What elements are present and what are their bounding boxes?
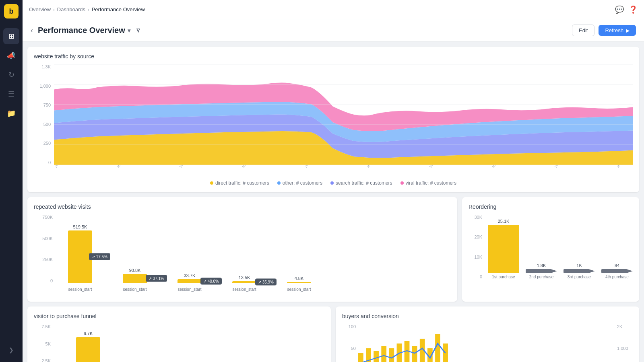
- reorder-bar-2-fill: [526, 269, 557, 273]
- reorder-bar-4: 84 4th purchase: [601, 263, 633, 279]
- legend-dot-other: [277, 181, 281, 185]
- page-title-text: Performance Overview: [38, 26, 125, 35]
- main-content: Overview › Dashboards › Performance Over…: [23, 0, 644, 362]
- buyers-yaxis-left: 100 50 0: [342, 324, 358, 362]
- reorder-yaxis: 30K 20K 10K 0: [469, 215, 485, 287]
- legend-dot-viral: [400, 181, 404, 185]
- traffic-chart-svg: [54, 64, 633, 165]
- svg-rect-6: [358, 353, 363, 362]
- sidebar-item-grid[interactable]: ⊞: [3, 28, 19, 44]
- repeated-visits-card: repeated website visits 750K 500K 250K 0…: [27, 197, 457, 302]
- repeated-visits-title: repeated website visits: [34, 204, 451, 210]
- rv-bar-4-fill: ↗35.9%: [232, 281, 256, 283]
- reordering-chart: 30K 20K 10K 0 25.1K 1st purchase: [469, 215, 633, 287]
- page-title: Performance Overview ▾: [38, 26, 130, 35]
- buyers-yaxis-right: 2K 1,000 0: [615, 324, 633, 362]
- rv-bar-4: 13.5K ↗35.9%: [228, 275, 260, 283]
- funnel-chart: 7.5K 5K 2.5K 0 6.7K 4K: [34, 324, 324, 362]
- reorder-bars: 25.1K 1st purchase 1.8K 2nd purchase: [485, 215, 633, 287]
- funnel-yaxis: 7.5K 5K 2.5K 0: [34, 324, 54, 362]
- legend-dot-search: [330, 181, 334, 185]
- refresh-label: Refresh: [605, 27, 623, 33]
- topbar: Overview › Dashboards › Performance Over…: [23, 0, 644, 19]
- rv-bar-1-fill: ↗17.5%: [68, 230, 92, 283]
- reorder-bar-2: 1.8K 2nd purchase: [526, 263, 557, 279]
- reorder-bar-3: 1K 3rd purchase: [564, 263, 595, 279]
- buyers-title: buyers and conversion: [342, 313, 633, 319]
- traffic-yaxis: 1.3K 1,000 750 500 250 0: [34, 64, 54, 165]
- legend-direct: direct traffic: # customers: [210, 180, 269, 186]
- filter-button[interactable]: ⛛: [135, 27, 142, 34]
- funnel-card: visitor to purchase funnel 7.5K 5K 2.5K …: [27, 306, 331, 362]
- breadcrumb-current: Performance Overview: [92, 6, 145, 12]
- header-bar: ‹ Performance Overview ▾ ⛛ Edit Refresh …: [23, 19, 644, 42]
- breadcrumb-sep-2: ›: [88, 7, 89, 12]
- buyers-chart: 100 50 0 2K 1,000 0: [342, 324, 633, 362]
- rv-bars: 519.5K ↗17.5% 90.8K: [56, 215, 451, 283]
- back-button[interactable]: ‹: [31, 26, 33, 35]
- refresh-arrow-icon: ▶: [626, 28, 630, 33]
- sidebar-expand-btn[interactable]: ❯: [3, 342, 19, 358]
- traffic-card: website traffic by source 1.3K 1,000 750…: [27, 47, 639, 192]
- topbar-right: 💬 ❓: [615, 5, 638, 14]
- rv-badge-4: ↗35.9%: [255, 279, 277, 286]
- rv-bar-1: 519.5K ↗17.5%: [64, 224, 96, 283]
- middle-row: repeated website visits 750K 500K 250K 0…: [27, 197, 639, 302]
- traffic-card-title: website traffic by source: [34, 53, 633, 60]
- legend-dot-direct: [210, 181, 213, 185]
- header-actions: Edit Refresh ▶: [572, 25, 636, 36]
- rv-bar-3-fill: ↗40.0%: [178, 279, 202, 283]
- rv-badge-2: ↗37.1%: [146, 275, 167, 282]
- legend-search: search traffic: # customers: [330, 180, 392, 186]
- reordering-card: Reordering 30K 20K 10K 0 25.1K: [462, 197, 639, 302]
- funnel-bars: 6.7K 4K: [54, 324, 324, 362]
- reorder-bar-1-fill: [488, 225, 519, 273]
- reorder-bar-3-fill: [564, 269, 595, 273]
- breadcrumb-overview[interactable]: Overview: [29, 6, 51, 12]
- reorder-bar-4-fill: [601, 269, 633, 273]
- breadcrumb-dashboards[interactable]: Dashboards: [57, 6, 85, 12]
- help-icon[interactable]: ❓: [629, 5, 638, 14]
- funnel-title: visitor to purchase funnel: [34, 313, 324, 319]
- reordering-title: Reordering: [469, 204, 633, 210]
- funnel-bar-1-fill: [76, 337, 100, 362]
- edit-button[interactable]: Edit: [572, 25, 594, 36]
- traffic-chart-area: 1.3K 1,000 750 500 250 0: [34, 64, 633, 177]
- sidebar-item-data[interactable]: ☰: [3, 86, 19, 102]
- rv-yaxis: 750K 500K 250K 0: [34, 215, 56, 283]
- bottom-row: visitor to purchase funnel 7.5K 5K 2.5K …: [27, 306, 639, 362]
- legend-other: other: # customers: [277, 180, 322, 186]
- sidebar-item-folders[interactable]: 📁: [3, 105, 19, 121]
- rv-bar-2-fill: ↗37.1%: [123, 274, 147, 283]
- title-chevron-icon[interactable]: ▾: [128, 27, 130, 34]
- sidebar-item-analytics[interactable]: ↻: [3, 67, 19, 83]
- sidebar: b ⊞ 📣 ↻ ☰ 📁 ❯: [0, 0, 23, 362]
- app-logo[interactable]: b: [4, 4, 19, 19]
- dashboard: website traffic by source 1.3K 1,000 750…: [23, 42, 644, 362]
- svg-rect-9: [381, 346, 386, 362]
- svg-rect-10: [389, 348, 394, 362]
- rv-bar-3: 33.7K ↗40.0%: [173, 273, 206, 283]
- buyers-chart-inner: [358, 324, 615, 362]
- refresh-button[interactable]: Refresh ▶: [599, 25, 636, 36]
- traffic-legend: direct traffic: # customers other: # cus…: [34, 180, 633, 186]
- rv-badge-1: ↗17.5%: [89, 253, 110, 260]
- buyers-card: buyers and conversion 100 50 0 2K 1,000 …: [336, 306, 639, 362]
- svg-rect-8: [374, 351, 379, 362]
- breadcrumb-sep-1: ›: [53, 7, 55, 12]
- repeated-visits-chart: 750K 500K 250K 0 519.5K ↗17.5%: [34, 215, 451, 295]
- rv-bar-5: 4.8K: [283, 276, 315, 283]
- rv-badge-3: ↗40.0%: [200, 278, 222, 284]
- rv-bar-5-fill: [287, 282, 311, 283]
- breadcrumb: Overview › Dashboards › Performance Over…: [29, 6, 145, 12]
- chat-icon[interactable]: 💬: [615, 5, 624, 14]
- legend-viral: viral traffic: # customers: [400, 180, 456, 186]
- rv-bar-2: 90.8K ↗37.1%: [119, 268, 151, 283]
- reorder-bar-1: 25.1K 1st purchase: [488, 219, 519, 279]
- sidebar-item-campaigns[interactable]: 📣: [3, 47, 19, 64]
- svg-rect-13: [412, 346, 417, 362]
- funnel-bar-1: 6.7K: [57, 331, 119, 362]
- rv-xlabels: session_start session_start session_star…: [56, 283, 451, 295]
